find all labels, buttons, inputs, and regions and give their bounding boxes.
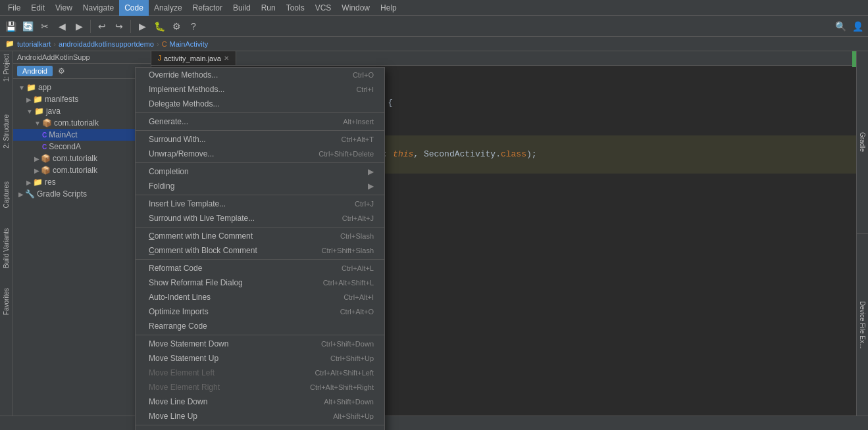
menu-edit[interactable]: Edit — [26, 0, 50, 16]
toolbar-settings[interactable]: ⚙ — [168, 18, 184, 34]
menu-surround-with[interactable]: Surround With... Ctrl+Alt+T — [136, 132, 384, 147]
toolbar-run[interactable]: ▶ — [134, 18, 150, 34]
tree-mainactivity[interactable]: C MainAct — [13, 129, 151, 141]
menu-auto-indent-shortcut: Ctrl+Alt+I — [344, 293, 374, 301]
tree-com3[interactable]: ▶ 📦 com.tutorialk — [13, 164, 151, 176]
toolbar-undo[interactable]: ↩ — [94, 18, 110, 34]
tree-secondactivity-label: SecondA — [49, 142, 81, 151]
menu-move-line-down[interactable]: Move Line Down Alt+Shift+Down — [136, 394, 384, 409]
menu-reformat-label: Reformat Code — [149, 264, 202, 273]
menu-surround-live-label: Surround with Live Template... — [149, 214, 255, 223]
gradle-side-panel[interactable]: Gradle — [857, 51, 868, 234]
menu-build[interactable]: Build — [228, 0, 256, 16]
menu-surround-live-template[interactable]: Surround with Live Template... Ctrl+Alt+… — [136, 211, 384, 226]
breadcrumb-project[interactable]: androidaddkotlinsupportdemo — [59, 40, 154, 48]
menu-show-reformat-label: Show Reformat File Dialog — [149, 278, 243, 287]
menu-completion[interactable]: Completion ▶ — [136, 164, 384, 179]
panel-header: AndroidAddKotlinSupp — [13, 51, 151, 64]
menu-move-elem-right-shortcut: Ctrl+Alt+Shift+Right — [310, 383, 374, 391]
menu-sep-7 — [136, 335, 384, 335]
menu-window[interactable]: Window — [336, 0, 375, 16]
toolbar-forward[interactable]: ▶ — [71, 18, 87, 34]
toolbar-save[interactable]: 💾 — [3, 18, 18, 34]
toolbar-profile[interactable]: 👤 — [850, 18, 865, 34]
side-tab-captures[interactable]: Captures — [3, 181, 10, 208]
menu-comment-block[interactable]: Comment with Block Comment Ctrl+Shift+Sl… — [136, 243, 384, 258]
menu-comment-line-label: Comment with Line Comment — [149, 231, 253, 241]
menu-optimize-imports[interactable]: Optimize Imports Ctrl+Alt+O — [136, 304, 384, 319]
toolbar-sync[interactable]: 🔄 — [20, 18, 36, 34]
menu-comment-line[interactable]: Comment with Line Comment Ctrl+Slash — [136, 229, 384, 243]
left-side-tabs: 1: Project 2: Structure Captures Build V… — [0, 51, 13, 416]
menu-comment-block-label: Comment with Block Comment — [149, 246, 257, 255]
panel-settings-icon[interactable]: ⚙ — [58, 66, 65, 76]
tree-manifests[interactable]: ▶ 📁 manifests — [13, 93, 151, 105]
tree-manifests-label: manifests — [45, 95, 78, 104]
menu-auto-indent[interactable]: Auto-Indent Lines Ctrl+Alt+I — [136, 290, 384, 304]
tree-res[interactable]: ▶ 📁 res — [13, 176, 151, 188]
menu-view[interactable]: View — [50, 0, 78, 16]
android-tab[interactable]: Android — [17, 66, 53, 76]
project-panel: AndroidAddKotlinSupp Android ⚙ ▼ 📁 app ▶… — [13, 51, 151, 416]
tree-res-label: res — [45, 178, 56, 187]
side-tab-build-variants[interactable]: Build Variants — [3, 228, 10, 268]
menu-move-line-up[interactable]: Move Line Up Alt+Shift+Up — [136, 409, 384, 423]
side-tab-structure[interactable]: 2: Structure — [3, 114, 10, 149]
editor-tabs: J activity_main.java ✕ — [151, 51, 856, 66]
menu-help[interactable]: Help — [375, 0, 402, 16]
menu-analyze[interactable]: Analyze — [149, 0, 188, 16]
menu-move-stmt-down-shortcut: Ctrl+Shift+Down — [321, 340, 374, 348]
menu-move-line-up-label: Move Line Up — [149, 412, 197, 421]
menu-navigate[interactable]: Navigate — [78, 0, 119, 16]
toolbar-search[interactable]: 🔍 — [832, 18, 848, 34]
tree-arrow-com2: ▶ — [34, 155, 39, 162]
tree-com1[interactable]: ▼ 📦 com.tutorialk — [13, 117, 151, 129]
menu-tools[interactable]: Tools — [281, 0, 310, 16]
menu-sep-3 — [136, 162, 384, 163]
menu-override-methods[interactable]: Override Methods... Ctrl+O — [136, 68, 384, 82]
toolbar-cut[interactable]: ✂ — [37, 18, 53, 34]
menu-unwrap[interactable]: Unwrap/Remove... Ctrl+Shift+Delete — [136, 147, 384, 161]
side-tab-favorites[interactable]: Favorites — [3, 288, 10, 315]
toolbar-back[interactable]: ◀ — [54, 18, 70, 34]
tree-java[interactable]: ▼ 📁 java — [13, 105, 151, 117]
breadcrumb-mainactivity[interactable]: MainActivity — [170, 40, 209, 48]
side-tab-project[interactable]: 1: Project — [3, 54, 10, 82]
breadcrumb-tutorialkart[interactable]: tutorialkart — [17, 40, 51, 48]
toolbar-debug[interactable]: 🐛 — [151, 18, 167, 34]
manifests-folder-icon: 📁 — [33, 95, 43, 104]
menu-implement-methods[interactable]: Implement Methods... Ctrl+I — [136, 82, 384, 97]
menu-unwrap-label: Unwrap/Remove... — [149, 149, 214, 158]
tree-arrow-gradle: ▶ — [18, 191, 24, 198]
menu-refactor[interactable]: Refactor — [188, 0, 228, 16]
menu-file[interactable]: File — [3, 0, 26, 16]
menu-move-stmt-down[interactable]: Move Statement Down Ctrl+Shift+Down — [136, 337, 384, 351]
menu-reformat-code[interactable]: Reformat Code Ctrl+Alt+L — [136, 261, 384, 275]
menu-move-stmt-up[interactable]: Move Statement Up Ctrl+Shift+Up — [136, 351, 384, 366]
tree-app[interactable]: ▼ 📁 app — [13, 82, 151, 93]
editor-tab-close[interactable]: ✕ — [224, 55, 229, 62]
menu-sep-4 — [136, 195, 384, 195]
menu-unwrap-shortcut: Ctrl+Shift+Delete — [319, 150, 374, 158]
toolbar-help[interactable]: ? — [186, 18, 201, 34]
menu-folding[interactable]: Folding ▶ — [136, 179, 384, 193]
tree-gradle[interactable]: ▶ 🔧 Gradle Scripts — [13, 188, 151, 200]
menu-code[interactable]: Code — [119, 0, 149, 16]
menu-vcs[interactable]: VCS — [310, 0, 337, 16]
menu-insert-live-template[interactable]: Insert Live Template... Ctrl+J — [136, 197, 384, 211]
menu-delegate-methods[interactable]: Delegate Methods... — [136, 97, 384, 111]
menu-generate[interactable]: Generate... Alt+Insert — [136, 114, 384, 129]
kotlin-icon-second: C — [42, 143, 47, 151]
menu-move-elem-left-label: Move Element Left — [149, 368, 215, 377]
menu-sep-1 — [136, 112, 384, 113]
toolbar-redo[interactable]: ↪ — [111, 18, 127, 34]
tree-secondactivity[interactable]: C SecondA — [13, 141, 151, 153]
tree-com2[interactable]: ▶ 📦 com.tutorialk — [13, 153, 151, 164]
device-file-panel[interactable]: Device File Ex... — [857, 234, 868, 416]
menu-show-reformat[interactable]: Show Reformat File Dialog Ctrl+Alt+Shift… — [136, 275, 384, 290]
menu-run[interactable]: Run — [256, 0, 281, 16]
breadcrumb-class: C — [162, 40, 167, 48]
tree-com1-label: com.tutorialk — [54, 118, 99, 128]
editor-tab-main[interactable]: J activity_main.java ✕ — [151, 51, 236, 65]
menu-rearrange[interactable]: Rearrange Code — [136, 319, 384, 333]
